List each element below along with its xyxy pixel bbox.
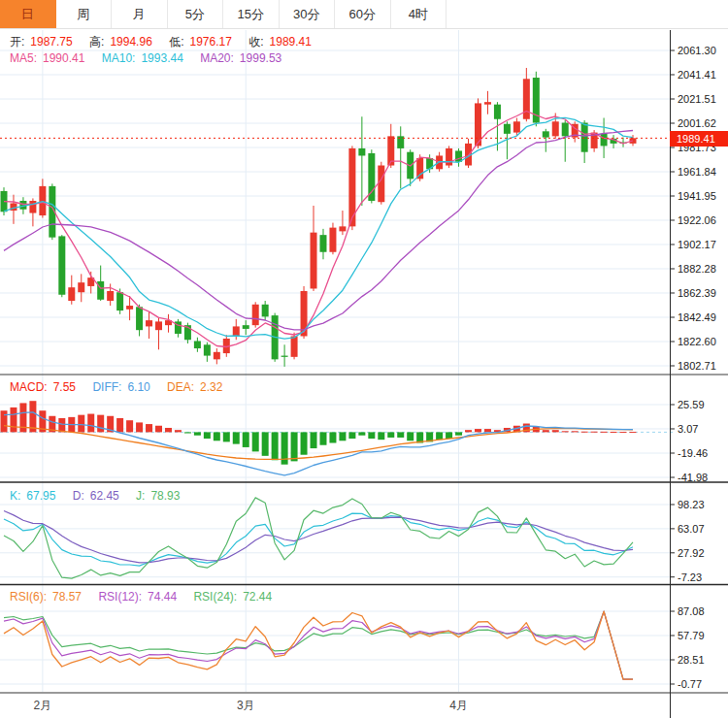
svg-text:2021.51: 2021.51 [678,93,716,105]
svg-text:2001.62: 2001.62 [678,117,716,129]
svg-text:27.92: 27.92 [678,547,705,559]
svg-text:63.07: 63.07 [678,523,705,535]
svg-text:-19.46: -19.46 [678,447,708,459]
svg-text:25.59: 25.59 [678,399,705,410]
tab-30min[interactable]: 30分 [280,0,336,28]
svg-text:1882.28: 1882.28 [678,263,716,275]
svg-text:2061.30: 2061.30 [678,45,716,56]
tab-daily[interactable]: 日 [0,0,56,28]
tab-15min[interactable]: 15分 [223,0,280,28]
svg-text:1941.95: 1941.95 [678,190,716,202]
svg-text:28.51: 28.51 [678,654,705,666]
x-axis-label-mar: 3月 [231,698,260,714]
svg-text:-41.98: -41.98 [678,472,708,483]
svg-text:-0.77: -0.77 [678,678,702,690]
tab-4hour[interactable]: 4时 [391,0,447,28]
svg-text:1862.39: 1862.39 [678,287,716,299]
svg-text:1922.06: 1922.06 [678,214,716,226]
svg-text:3.07: 3.07 [678,423,698,435]
last-price-badge: 1989.41 [670,131,728,147]
svg-text:98.23: 98.23 [678,499,705,510]
tab-weekly[interactable]: 周 [56,0,113,28]
svg-text:1842.49: 1842.49 [678,311,716,323]
timeframe-tabbar: 日 周 月 5分 15分 30分 60分 4时 [0,0,728,29]
x-axis-label-feb: 2月 [28,698,57,714]
svg-text:1902.17: 1902.17 [678,239,716,250]
svg-text:1961.84: 1961.84 [678,166,716,178]
svg-text:57.79: 57.79 [678,630,705,641]
tab-60min[interactable]: 60分 [335,0,391,28]
tab-monthly[interactable]: 月 [112,0,168,28]
chart-app: 2061.302041.412021.512001.621981.731961.… [0,0,728,718]
chart-canvas[interactable]: 2061.302041.412021.512001.621981.731961.… [0,0,728,718]
svg-text:-7.23: -7.23 [678,571,702,583]
svg-text:2041.41: 2041.41 [678,69,716,81]
tab-5min[interactable]: 5分 [168,0,224,28]
svg-text:87.08: 87.08 [678,605,705,617]
svg-text:1802.71: 1802.71 [678,360,716,372]
svg-text:1822.60: 1822.60 [678,336,716,347]
x-axis-label-apr: 4月 [445,698,474,714]
